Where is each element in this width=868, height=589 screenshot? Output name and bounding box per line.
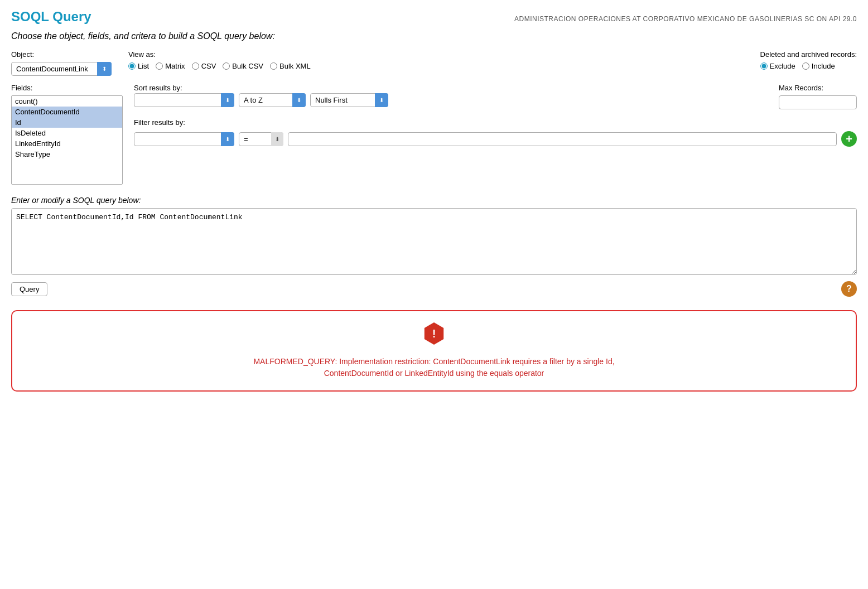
org-info: ADMINISTRACION OPERACIONES AT CORPORATIV…: [514, 15, 857, 23]
fields-listbox[interactable]: count() ContentDocumentId Id IsDeleted L…: [11, 95, 123, 185]
sort-field-select-wrapper: ContentDocumentId Id ⬍: [134, 93, 234, 107]
deleted-include-label: Include: [812, 62, 835, 70]
view-as-csv-radio[interactable]: [192, 62, 199, 70]
operator-select-wrapper: = != < > like ⬍: [239, 132, 283, 146]
query-bar: Query ?: [11, 281, 857, 297]
filter-field-select-wrapper: ContentDocumentId Id IsDeleted LinkedEnt…: [134, 132, 234, 146]
sort-order-select-wrapper: A to Z Z to A ⬍: [239, 93, 306, 107]
view-as-bulk-csv-label: Bulk CSV: [232, 62, 263, 70]
sort-order-select[interactable]: A to Z Z to A: [239, 93, 306, 107]
deleted-radio-group: Exclude Include: [760, 62, 857, 70]
deleted-exclude-radio[interactable]: [760, 62, 768, 70]
deleted-include[interactable]: Include: [802, 62, 835, 70]
view-as-bulk-xml-radio[interactable]: [270, 62, 277, 70]
deleted-exclude-label: Exclude: [770, 62, 795, 70]
filter-label: Filter results by:: [134, 118, 857, 127]
sort-label: Sort results by:: [134, 84, 388, 92]
soql-textarea[interactable]: SELECT ContentDocumentId,Id FROM Content…: [11, 208, 857, 275]
sort-controls: ContentDocumentId Id ⬍ A to Z Z to A ⬍: [134, 93, 388, 107]
field-option-count[interactable]: count(): [12, 96, 122, 107]
error-icon: !: [423, 322, 445, 345]
deleted-exclude[interactable]: Exclude: [760, 62, 795, 70]
soql-label: Enter or modify a SOQL query below:: [11, 196, 857, 205]
view-as-csv-label: CSV: [201, 62, 216, 70]
header: SOQL Query ADMINISTRACION OPERACIONES AT…: [11, 9, 857, 25]
view-as-label: View as:: [128, 50, 311, 59]
add-filter-button[interactable]: +: [841, 131, 857, 147]
filter-controls: ContentDocumentId Id IsDeleted LinkedEnt…: [134, 131, 857, 147]
help-button[interactable]: ?: [841, 281, 857, 297]
sort-group: Sort results by: ContentDocumentId Id ⬍: [134, 84, 388, 107]
view-as-bulk-xml[interactable]: Bulk XML: [270, 62, 311, 70]
deleted-label: Deleted and archived records:: [760, 50, 857, 59]
view-as-bulk-csv[interactable]: Bulk CSV: [223, 62, 263, 70]
view-as-matrix-label: Matrix: [165, 62, 185, 70]
sort-field-select[interactable]: ContentDocumentId Id: [134, 93, 234, 107]
view-as-section: View as: List Matrix CSV Bulk CSV Bulk X…: [128, 50, 311, 70]
object-select[interactable]: ContentDocumentLink: [11, 62, 112, 76]
filter-row: Filter results by: ContentDocumentId Id …: [134, 118, 857, 147]
max-records-input[interactable]: [779, 95, 857, 109]
fields-section: Fields: count() ContentDocumentId Id IsD…: [11, 84, 123, 185]
error-message: MALFORMED_QUERY: Implementation restrict…: [23, 356, 845, 379]
sort-nulls-select-wrapper: Nulls First Nulls Last ⬍: [310, 93, 388, 107]
query-button[interactable]: Query: [11, 282, 47, 296]
view-as-radio-group: List Matrix CSV Bulk CSV Bulk XML: [128, 62, 311, 70]
view-as-matrix[interactable]: Matrix: [156, 62, 185, 70]
view-as-list-label: List: [138, 62, 149, 70]
error-box: ! MALFORMED_QUERY: Implementation restri…: [11, 310, 857, 392]
max-records-section: Max Records:: [779, 84, 857, 109]
top-controls-row: Object: ContentDocumentLink ⬍ View as: L…: [11, 50, 857, 76]
filter-field-select[interactable]: ContentDocumentId Id IsDeleted LinkedEnt…: [134, 132, 234, 146]
max-records-label: Max Records:: [779, 84, 857, 92]
sort-row: Sort results by: ContentDocumentId Id ⬍: [134, 84, 857, 109]
object-label: Object:: [11, 50, 112, 59]
view-as-list[interactable]: List: [128, 62, 149, 70]
subtitle: Choose the object, fields, and critera t…: [11, 31, 857, 41]
view-as-bulk-csv-radio[interactable]: [223, 62, 230, 70]
filter-value-input[interactable]: [288, 132, 837, 146]
field-option-contentdocumentid[interactable]: ContentDocumentId: [12, 107, 122, 117]
soql-section: Enter or modify a SOQL query below: SELE…: [11, 196, 857, 277]
view-as-matrix-radio[interactable]: [156, 62, 163, 70]
field-option-isdeleted[interactable]: IsDeleted: [12, 128, 122, 138]
view-as-bulk-xml-label: Bulk XML: [279, 62, 311, 70]
field-option-sharetype[interactable]: ShareType: [12, 149, 122, 160]
fields-row: Fields: count() ContentDocumentId Id IsD…: [11, 84, 857, 185]
view-as-csv[interactable]: CSV: [192, 62, 216, 70]
app-title: SOQL Query: [11, 9, 91, 25]
field-option-id[interactable]: Id: [12, 117, 122, 128]
field-option-linkedentityid[interactable]: LinkedEntityId: [12, 138, 122, 149]
object-select-wrapper: ContentDocumentLink ⬍: [11, 62, 112, 76]
sort-nulls-select[interactable]: Nulls First Nulls Last: [310, 93, 388, 107]
view-as-list-radio[interactable]: [128, 62, 136, 70]
sort-filter-section: Sort results by: ContentDocumentId Id ⬍: [134, 84, 857, 147]
operator-select[interactable]: = != < > like: [239, 132, 283, 146]
object-section: Object: ContentDocumentLink ⬍: [11, 50, 112, 76]
fields-label: Fields:: [11, 84, 123, 92]
deleted-include-radio[interactable]: [802, 62, 809, 70]
deleted-section: Deleted and archived records: Exclude In…: [760, 50, 857, 70]
